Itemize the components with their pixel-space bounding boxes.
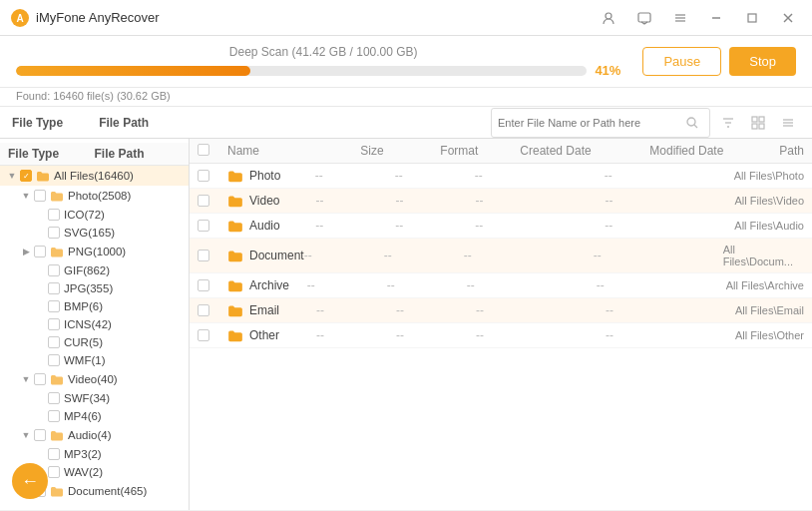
tree-checkbox-bmp[interactable]: [48, 300, 60, 312]
row-path-archive: All Files\Archive: [726, 279, 804, 291]
tree-checkbox-mp3[interactable]: [48, 448, 60, 460]
tree-checkbox-svg[interactable]: [48, 227, 60, 239]
sidebar-header: File Type File Path: [0, 143, 189, 166]
sidebar-label-svg: SVG(165): [64, 227, 115, 239]
minimize-icon[interactable]: [702, 4, 730, 32]
sidebar-item-jpg[interactable]: ▼ JPG(355): [0, 279, 189, 297]
sidebar-label-jpg: JPG(355): [64, 282, 113, 294]
header-format: Format: [440, 144, 520, 158]
list-view-icon[interactable]: [776, 111, 800, 135]
sidebar-item-all-files[interactable]: ▼ All Files(16460): [0, 166, 189, 186]
close-icon[interactable]: [774, 4, 802, 32]
svg-rect-16: [752, 117, 757, 122]
svg-rect-18: [752, 124, 757, 129]
sidebar-item-mp4[interactable]: ▼ MP4(6): [0, 407, 189, 425]
sidebar-label-mp4: MP4(6): [64, 410, 102, 422]
grid-view-icon[interactable]: [746, 111, 770, 135]
maximize-icon[interactable]: [738, 4, 766, 32]
row-checkbox-other[interactable]: [198, 329, 209, 341]
tree-checkbox-video[interactable]: [34, 373, 46, 385]
table-row[interactable]: Other -- -- -- -- All Files\Other: [190, 323, 812, 348]
row-folder-icon-archive: [227, 278, 243, 292]
row-created-other: --: [476, 328, 606, 342]
stop-button[interactable]: Stop: [729, 47, 796, 76]
tree-checkbox-all-files[interactable]: [20, 170, 32, 182]
row-name-photo: Photo: [227, 169, 315, 183]
tree-toggle-png[interactable]: ▶: [20, 246, 32, 257]
sidebar-item-png[interactable]: ▶ PNG(1000): [0, 242, 189, 261]
row-checkbox-photo[interactable]: [198, 170, 209, 182]
tree-checkbox-gif[interactable]: [48, 264, 60, 276]
app-logo-icon: A: [10, 8, 30, 28]
sidebar-item-video[interactable]: ▼ Video(40): [0, 369, 189, 389]
table-row[interactable]: Photo -- -- -- -- All Files\Photo: [190, 164, 812, 189]
tree-toggle-photo[interactable]: ▼: [20, 190, 32, 202]
tree-checkbox-cur[interactable]: [48, 336, 60, 348]
tree-checkbox-jpg[interactable]: [48, 282, 60, 294]
tree-checkbox-ico[interactable]: [48, 209, 60, 221]
sidebar-item-mp3[interactable]: ▼ MP3(2): [0, 445, 189, 463]
tree-toggle-video[interactable]: ▼: [20, 373, 32, 385]
tree-checkbox-wmf[interactable]: [48, 354, 60, 366]
tree-checkbox-swf[interactable]: [48, 392, 60, 404]
menu-icon[interactable]: [666, 4, 694, 32]
row-path-email: All Files\Email: [735, 304, 804, 316]
row-checkbox-archive[interactable]: [198, 279, 209, 291]
row-modified-archive: --: [597, 278, 726, 292]
row-checkbox-video[interactable]: [198, 195, 209, 207]
search-box[interactable]: [491, 108, 710, 138]
search-input[interactable]: [498, 117, 678, 129]
table-row[interactable]: Audio -- -- -- -- All Files\Audio: [190, 214, 812, 239]
sidebar-item-ico[interactable]: ▼ ICO(72): [0, 206, 189, 224]
row-size-archive: --: [307, 278, 387, 292]
sidebar-item-wmf[interactable]: ▼ WMF(1): [0, 351, 189, 369]
tree-checkbox-mp4[interactable]: [48, 410, 60, 422]
folder-icon-video: [50, 372, 64, 386]
sidebar-item-icns[interactable]: ▼ ICNS(42): [0, 315, 189, 333]
search-icon[interactable]: [682, 111, 703, 135]
user-icon[interactable]: [595, 4, 622, 32]
sidebar-item-photo[interactable]: ▼ Photo(2508): [0, 186, 189, 206]
tree-checkbox-png[interactable]: [34, 246, 46, 257]
title-bar-actions: [595, 4, 802, 32]
row-checkbox-document[interactable]: [198, 250, 209, 261]
sidebar-label-video: Video(40): [68, 373, 118, 385]
progress-percentage: 41%: [595, 63, 630, 78]
sidebar-label-cur: CUR(5): [64, 336, 103, 348]
sidebar-item-svg[interactable]: ▼ SVG(165): [0, 224, 189, 242]
header-checkbox[interactable]: [198, 144, 209, 156]
sidebar-item-gif[interactable]: ▼ GIF(862): [0, 261, 189, 279]
row-format-audio: --: [395, 219, 475, 233]
found-info: Found: 16460 file(s) (30.62 GB): [0, 88, 812, 107]
sidebar-item-audio[interactable]: ▼ Audio(4): [0, 425, 189, 445]
progress-bar-background: [16, 66, 587, 76]
tree-checkbox-wav[interactable]: [48, 466, 60, 478]
table-row[interactable]: Document -- -- -- -- All Files\Docum...: [190, 239, 812, 273]
svg-rect-19: [759, 124, 764, 129]
sidebar-label-bmp: BMP(6): [64, 300, 103, 312]
row-size-photo: --: [315, 169, 395, 183]
tree-checkbox-photo[interactable]: [34, 190, 46, 202]
table-row[interactable]: Archive -- -- -- -- All Files\Archive: [190, 273, 812, 298]
tree-checkbox-icns[interactable]: [48, 318, 60, 330]
tree-toggle-all-files[interactable]: ▼: [6, 170, 18, 182]
header-name: Name: [227, 144, 360, 158]
table-row[interactable]: Video -- -- -- -- All Files\Video: [190, 189, 812, 214]
row-checkbox-audio[interactable]: [198, 220, 209, 232]
sidebar-item-cur[interactable]: ▼ CUR(5): [0, 333, 189, 351]
row-created-video: --: [476, 194, 606, 208]
filter-icon[interactable]: [716, 111, 740, 135]
table-row[interactable]: Email -- -- -- -- All Files\Email: [190, 298, 812, 323]
pause-button[interactable]: Pause: [642, 47, 721, 76]
row-folder-icon-email: [227, 303, 243, 317]
row-format-email: --: [396, 303, 476, 317]
back-button[interactable]: ←: [12, 463, 48, 499]
sidebar-item-bmp[interactable]: ▼ BMP(6): [0, 297, 189, 315]
row-checkbox-email[interactable]: [198, 304, 209, 316]
sidebar-item-swf[interactable]: ▼ SWF(34): [0, 389, 189, 407]
tree-checkbox-audio[interactable]: [34, 429, 46, 441]
tree-toggle-audio[interactable]: ▼: [20, 429, 32, 441]
message-icon[interactable]: [630, 4, 658, 32]
content-table-header: Name Size Format Created Date Modified D…: [190, 139, 812, 164]
sidebar-label-gif: GIF(862): [64, 264, 110, 276]
